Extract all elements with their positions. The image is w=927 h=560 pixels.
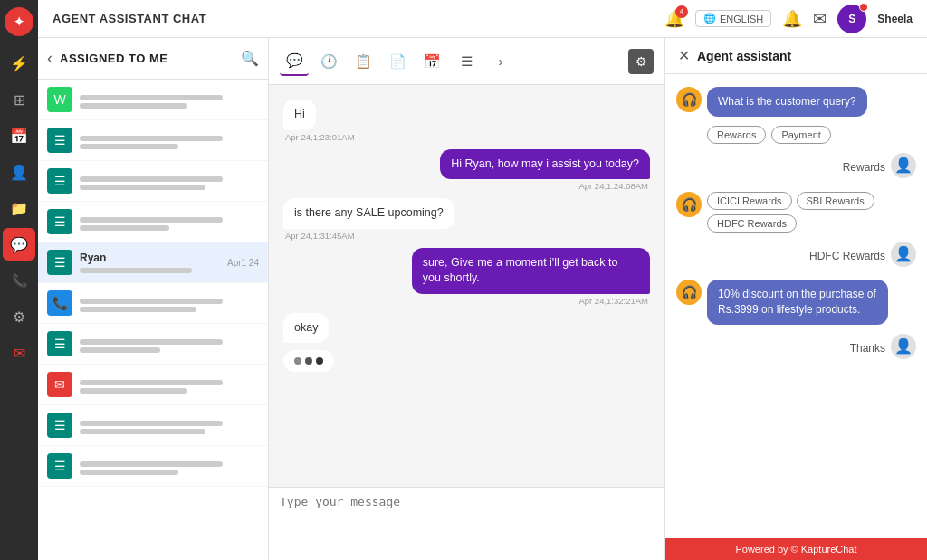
nav-email[interactable]: ✉ [3,337,35,369]
chat-messages: Hi Apr 24,1:23:01AM Hi Ryan, how may i a… [269,85,664,487]
toolbar-history-icon[interactable]: 🕐 [314,47,343,76]
conv-preview2 [80,103,187,109]
main-content: AGENT ASSISTANT CHAT 🔔 4 🌐 ENGLISH 🔔 ✉ S… [38,0,927,560]
toolbar-tasks-icon[interactable]: 📋 [349,47,377,76]
typing-dot-1 [294,357,301,365]
aa-message-2: 🎧 ICICI Rewards SBI Rewards HDFC Rewards [676,192,916,233]
conv-item-1[interactable]: ☰ [38,120,268,161]
aa-message-user-1: 👤 Rewards [676,153,916,183]
chip-rewards[interactable]: Rewards [707,126,766,144]
top-header: AGENT ASSISTANT CHAT 🔔 4 🌐 ENGLISH 🔔 ✉ S… [38,0,927,38]
bot-avatar-1: 🎧 [676,87,702,112]
nav-contacts[interactable]: 👤 [3,156,35,188]
toolbar-calendar-icon[interactable]: 📅 [417,47,446,76]
message-3: is there any SALE upcoming? Apr 24,1:31:… [283,198,650,241]
aa-message-user-2: 👤 HDFC Rewards [676,242,916,271]
msg-time-3: Apr 24,1:31:45AM [283,231,357,241]
chat-icon-3: ☰ [47,209,72,234]
nav-settings[interactable]: ⚙ [3,300,35,333]
conv-item-6[interactable]: ☰ [38,446,268,487]
aa-header: ✕ Agent assistant [665,38,927,74]
chat-area: 💬 🕐 📋 📄 📅 ☰ › ⚙ Hi Apr 24,1:23:01AM [269,38,664,560]
nav-calendar[interactable]: 📅 [3,119,35,152]
conv-item-3[interactable]: ☰ [38,202,268,242]
notification-icon[interactable]: 🔔 4 [664,9,684,29]
chat-icon-1: ☰ [47,128,72,153]
conv-item-phone[interactable]: 📞 [38,283,268,324]
conv-date-ryan: Apr1 24 [227,258,259,268]
app-logo: ✦ [5,7,33,36]
nav-chat[interactable]: 💬 [3,228,35,261]
chat-input-area [269,487,664,560]
conversations-panel: ‹ ASSIGNED TO ME 🔍 W ☰ [38,38,269,560]
msg-bubble-5: okay [283,313,329,344]
message-1: Hi Apr 24,1:23:01AM [283,100,650,142]
user-avatar-aa-2: 👤 [891,242,916,267]
bot-avatar-2: 🎧 [676,192,702,217]
toolbar-files-icon[interactable]: 📄 [383,47,412,76]
phone-icon: 📞 [47,290,72,316]
msg-bubble-1: Hi [283,100,316,130]
chip-hdfc[interactable]: HDFC Rewards [707,214,797,233]
conv-item-ryan[interactable]: ☰ Ryan Apr1 24 [38,242,268,283]
chat-input[interactable] [280,495,654,549]
conversations-list: W ☰ ☰ [38,80,268,560]
conv-item-5[interactable]: ☰ [38,405,268,446]
toolbar-menu-icon[interactable]: ☰ [452,47,481,76]
conv-item-4[interactable]: ☰ [38,324,268,365]
user-avatar-aa-1: 👤 [891,153,916,178]
mail-icon[interactable]: ✉ [813,9,827,29]
nav-files[interactable]: 📁 [3,192,35,224]
aa-bubble-3: 10% discount on the purchase of Rs.3999 … [707,280,888,325]
toolbar-chat-icon[interactable]: 💬 [280,47,309,76]
aa-footer: Powered by © KaptureChat [665,538,927,560]
msg-bubble-3: is there any SALE upcoming? [283,198,454,229]
notification-badge: 4 [675,5,688,18]
translate-icon: 🌐 [703,13,716,24]
message-4: sure, Give me a moment i'll get back to … [283,248,650,306]
language-button[interactable]: 🌐 ENGLISH [695,10,771,27]
msg-time-4: Apr 24,1:32:21AM [577,296,650,306]
aa-chips-1: Rewards Payment [707,126,916,144]
nav-grid[interactable]: ⊞ [3,83,35,116]
agent-assistant-panel: ✕ Agent assistant 🎧 What is the customer… [664,38,927,560]
language-label: ENGLISH [720,14,763,24]
msg-bubble-4: sure, Give me a moment i'll get back to … [412,248,650,294]
chip-payment[interactable]: Payment [771,126,830,144]
typing-indicator [283,350,334,372]
bell-icon[interactable]: 🔔 [782,9,802,29]
aa-message-1: 🎧 What is the customer query? [676,87,916,117]
toolbar-more-icon[interactable]: › [486,47,515,76]
user-avatar-aa-3: 👤 [891,334,916,359]
aa-bubble-1: What is the customer query? [707,87,867,117]
aa-close-button[interactable]: ✕ [678,47,690,64]
aa-title: Agent assistant [697,49,791,63]
user-avatar[interactable]: S [837,5,866,33]
search-button[interactable]: 🔍 [241,50,259,67]
aa-message-3: 🎧 10% discount on the purchase of Rs.399… [676,280,916,325]
conv-item-whatsapp[interactable]: W [38,80,268,120]
email-icon: ✉ [47,372,72,397]
chip-sbi[interactable]: SBI Rewards [797,192,874,210]
toolbar-gear-button[interactable]: ⚙ [628,49,654,74]
sidebar-nav: ✦ ⚡ ⊞ 📅 👤 📁 💬 📞 ⚙ ✉ [0,0,38,560]
conv-item-2[interactable]: ☰ [38,161,268,202]
msg-time-1: Apr 24,1:23:01AM [283,132,357,142]
aa-footer-text: Powered by © KaptureChat [735,544,856,555]
msg-bubble-2: Hi Ryan, how may i assist you today? [440,149,650,180]
chat-icon-ryan: ☰ [47,250,72,275]
nav-phone[interactable]: 📞 [3,264,35,297]
chat-icon-2: ☰ [47,168,72,194]
nav-dashboard[interactable]: ⚡ [3,47,35,80]
chat-toolbar: 💬 🕐 📋 📄 📅 ☰ › ⚙ [269,38,664,85]
chip-icici[interactable]: ICICI Rewards [707,192,792,210]
content-row: ‹ ASSIGNED TO ME 🔍 W ☰ [38,38,927,560]
chat-icon-5: ☰ [47,413,72,438]
whatsapp-icon: W [47,87,72,112]
app-title: AGENT ASSISTANT CHAT [53,12,654,25]
typing-dot-3 [316,357,323,365]
message-5: okay [283,313,650,344]
typing-dot-2 [305,357,312,365]
back-button[interactable]: ‹ [47,49,53,68]
conv-item-email[interactable]: ✉ [38,365,268,405]
